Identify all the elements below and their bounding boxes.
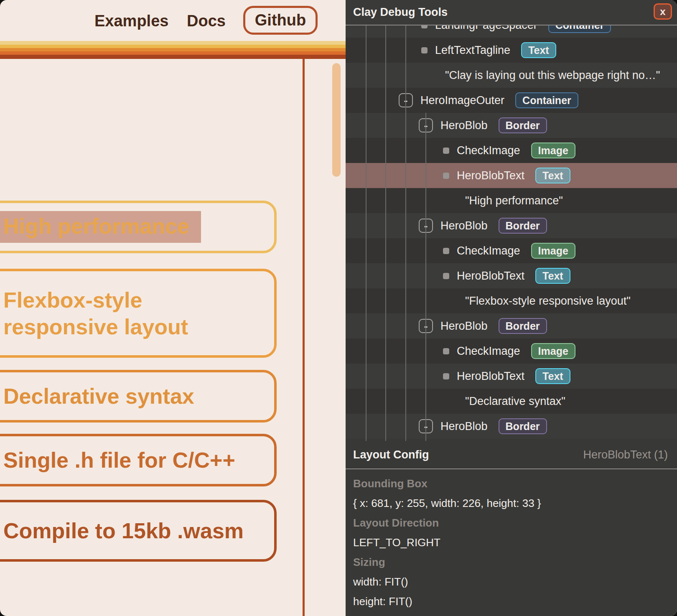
- indent-guide-line: [425, 113, 426, 441]
- element-type-badge: Border: [499, 318, 547, 334]
- element-name-label: LeftTextTagline: [435, 44, 510, 57]
- debug-panel-header: Clay Debug Tools x: [346, 0, 677, 25]
- tree-row-text-content[interactable]: "High performance": [346, 188, 677, 213]
- stripe-3: [0, 51, 346, 55]
- nav-link-docs[interactable]: Docs: [187, 11, 226, 31]
- leaf-bullet-icon: [421, 47, 428, 53]
- nav-link-examples[interactable]: Examples: [94, 11, 168, 31]
- tree-row-heroblob[interactable]: -HeroBlobBorder: [346, 113, 677, 138]
- tree-row-lefttexttagline[interactable]: LeftTextTaglineText: [346, 38, 677, 63]
- config-field-label: Sizing: [353, 555, 669, 569]
- config-field-value: height: FIT(): [353, 594, 669, 608]
- tree-row-heroblob[interactable]: -HeroBlobBorder: [346, 213, 677, 238]
- leaf-bullet-icon: [443, 348, 449, 354]
- element-type-badge: Border: [499, 117, 547, 133]
- hero-blob-box: Flexbox-style responsive layout: [0, 269, 277, 358]
- indent-guide-line: [366, 25, 366, 441]
- tree-row-text-content[interactable]: "Clay is laying out this webpage right n…: [346, 63, 677, 88]
- element-name-label: CheckImage: [457, 345, 520, 358]
- element-type-badge: Border: [499, 218, 547, 234]
- tree-row-checkimage[interactable]: CheckImageImage: [346, 339, 677, 364]
- element-type-badge: Text: [535, 368, 570, 384]
- clay-demo-page: Examples Docs Github High performanceFle…: [0, 0, 346, 616]
- text-content-preview: "Clay is laying out this webpage right n…: [445, 69, 660, 82]
- text-content-preview: "High performance": [465, 194, 563, 207]
- element-type-badge: Image: [531, 243, 575, 259]
- tree-row-heroblobtext[interactable]: HeroBlobTextText: [346, 163, 677, 188]
- layout-config-header: Layout Config HeroBlobText (1): [346, 441, 677, 469]
- stripe-1: [0, 45, 346, 48]
- config-field-label: Bounding Box: [353, 476, 669, 491]
- element-name-label: CheckImage: [457, 144, 520, 157]
- element-name-label: HeroBlobText: [457, 169, 524, 182]
- tree-row-heroblobtext[interactable]: HeroBlobTextText: [346, 263, 677, 288]
- config-field-value: { x: 681, y: 255, width: 226, height: 33…: [353, 496, 669, 510]
- page-scrollbar-thumb[interactable]: [332, 63, 341, 177]
- element-name-label: HeroBlobText: [457, 270, 524, 283]
- leaf-bullet-icon: [443, 373, 449, 379]
- debug-panel-title: Clay Debug Tools: [353, 6, 448, 19]
- hero-blob-text: Declarative syntax: [3, 383, 194, 410]
- element-name-label: HeroImageOuter: [420, 94, 504, 107]
- tree-row-heroimageouter[interactable]: -HeroImageOuterContainer: [346, 88, 677, 113]
- element-tree: LandingPageSpacerContainerLeftTextTaglin…: [346, 0, 677, 441]
- tree-row-text-content[interactable]: "Declarative syntax": [346, 389, 677, 414]
- github-button[interactable]: Github: [243, 6, 318, 35]
- text-content-preview: "Flexbox-style responsive layout": [465, 295, 631, 308]
- element-name-label: HeroBlob: [440, 320, 488, 333]
- hero-blob-box: Compile to 15kb .wasm: [0, 500, 277, 562]
- tree-row-heroblobtext[interactable]: HeroBlobTextText: [346, 364, 677, 389]
- stripe-2: [0, 48, 346, 51]
- element-type-badge: Border: [499, 418, 547, 434]
- leaf-bullet-icon: [443, 273, 449, 279]
- element-type-badge: Image: [531, 343, 575, 359]
- rainbow-stripe-bar: [0, 41, 346, 59]
- element-name-label: HeroBlob: [440, 420, 488, 433]
- element-name-label: HeroBlobText: [457, 370, 524, 383]
- page-vertical-divider: [303, 59, 305, 616]
- element-name-label: HeroBlob: [440, 219, 488, 232]
- tree-row-checkimage[interactable]: CheckImageImage: [346, 238, 677, 263]
- hero-blob-text: Single .h file for C/C++: [3, 447, 235, 473]
- element-name-label: CheckImage: [457, 244, 520, 257]
- stripe-0: [0, 41, 346, 45]
- tree-row-text-content[interactable]: "Flexbox-style responsive layout": [346, 288, 677, 313]
- hero-blob-box: Declarative syntax: [0, 370, 277, 423]
- element-name-label: HeroBlob: [440, 119, 488, 132]
- tree-row-heroblob[interactable]: -HeroBlobBorder: [346, 313, 677, 339]
- layout-config-title: Layout Config: [353, 448, 429, 461]
- element-type-badge: Text: [521, 42, 556, 58]
- leaf-bullet-icon: [443, 148, 449, 154]
- element-type-badge: Image: [531, 143, 575, 158]
- stripe-4: [0, 55, 346, 59]
- indent-guide-line: [405, 25, 406, 441]
- element-type-badge: Text: [535, 168, 570, 183]
- clay-debug-panel: LandingPageSpacerContainerLeftTextTaglin…: [346, 0, 677, 616]
- leaf-bullet-icon: [443, 248, 449, 254]
- element-type-badge: Text: [535, 268, 570, 284]
- indent-guide-line: [385, 25, 386, 441]
- text-content-preview: "Declarative syntax": [465, 395, 565, 408]
- tree-row-heroblob[interactable]: -HeroBlobBorder: [346, 414, 677, 439]
- config-field-value: width: FIT(): [353, 575, 669, 589]
- config-field-label: Layout Direction: [353, 516, 669, 530]
- tree-row-checkimage[interactable]: CheckImageImage: [346, 138, 677, 163]
- hero-blob-box: Single .h file for C/C++: [0, 434, 277, 486]
- config-field-value: LEFT_TO_RIGHT: [353, 535, 669, 550]
- close-icon[interactable]: x: [654, 3, 672, 20]
- element-type-badge: Container: [515, 92, 578, 108]
- selected-element-label: HeroBlobText (1): [583, 448, 668, 461]
- hero-blob-text: Flexbox-style responsive layout: [3, 287, 257, 340]
- hero-blob-text-highlighted: High performance: [0, 211, 201, 243]
- app-window: Examples Docs Github High performanceFle…: [0, 0, 677, 616]
- github-button-label: Github: [255, 11, 306, 29]
- hero-blob-text: Compile to 15kb .wasm: [3, 517, 244, 544]
- hero-blob-box: High performance: [0, 201, 277, 253]
- leaf-bullet-icon: [443, 173, 449, 179]
